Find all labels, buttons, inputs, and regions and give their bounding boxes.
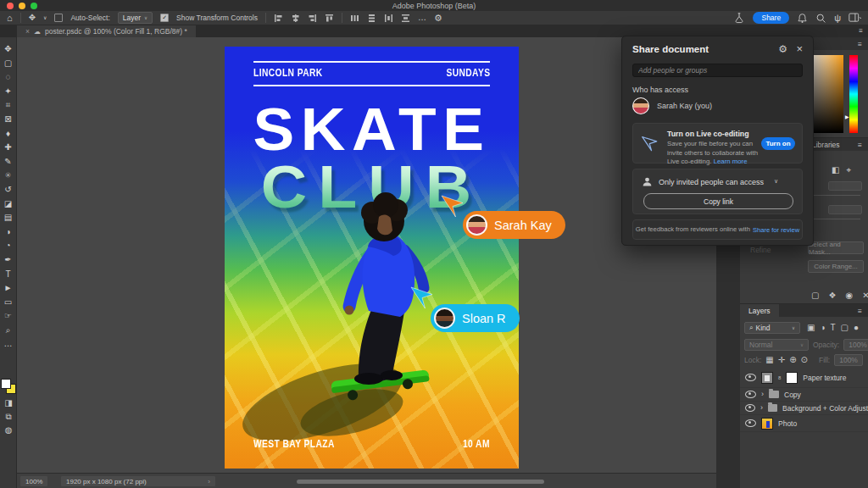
object-selection-tool[interactable]: ✦ — [4, 87, 11, 96]
move-tool-icon[interactable]: ✥ — [29, 14, 36, 22]
align-right-edges-icon[interactable] — [308, 14, 317, 23]
beta-flask-icon[interactable] — [733, 12, 745, 24]
mask-properties-icon[interactable]: ◧ — [832, 166, 839, 175]
document-info-field[interactable]: 1920 px x 1080 px (72 ppi) › — [61, 476, 215, 486]
gradient-tool[interactable]: ▤ — [4, 214, 12, 222]
brush-tool[interactable]: ✎ — [4, 158, 11, 166]
learn-more-link[interactable]: Learn more — [714, 158, 748, 165]
mask-action-icon[interactable]: ▢ — [811, 291, 819, 300]
layer-filter-type-icon[interactable]: ▢ — [841, 324, 849, 332]
turn-on-button[interactable]: Turn on — [761, 137, 795, 150]
show-transform-checkbox[interactable]: ✓ — [160, 14, 169, 22]
lock-option-icon[interactable]: ✛ — [778, 356, 785, 364]
dodge-tool[interactable]: ◔ — [5, 241, 10, 250]
lock-option-icon[interactable]: ▦ — [765, 356, 773, 364]
zoom-tool[interactable]: ⌕ — [6, 326, 11, 335]
canvas-area[interactable]: LINCOLN PARK SUNDAYS SKATE CLUB — [17, 37, 716, 473]
type-tool[interactable]: T — [5, 270, 10, 279]
frame-tool[interactable]: ⊠ — [4, 115, 11, 124]
group-expander-icon[interactable]: › — [761, 391, 764, 398]
mask-action-icon[interactable]: ✕ — [862, 291, 868, 300]
eyedropper-tool[interactable]: ♦ — [6, 130, 10, 138]
mask-action-icon[interactable]: ❖ — [828, 291, 836, 300]
layer-row-photo[interactable]: Photo — [740, 415, 868, 432]
blend-mode-dropdown[interactable]: Normal ∨ — [744, 339, 809, 351]
share-for-review-link[interactable]: Share for review — [753, 226, 799, 234]
layer-row-paper-texture[interactable]: 8 Paper texture — [740, 368, 868, 388]
panel-menu-icon[interactable]: ≡ — [858, 40, 862, 48]
workspace-switcher-icon[interactable] — [849, 13, 861, 23]
share-settings-gear-icon[interactable]: ⚙ — [778, 44, 787, 54]
search-icon[interactable] — [815, 13, 826, 24]
align-top-edges-icon[interactable] — [325, 14, 334, 23]
notifications-bell-icon[interactable] — [797, 13, 808, 24]
color-field[interactable] — [810, 55, 843, 133]
home-icon[interactable]: ⌂ — [7, 14, 13, 23]
assistant-icon[interactable]: ψ — [834, 14, 841, 23]
align-centers-icon[interactable] — [291, 14, 300, 23]
mask-action-icon[interactable]: ◉ — [845, 291, 853, 300]
access-setting-label[interactable]: Only invited people can access — [659, 178, 764, 186]
clone-stamp-tool[interactable]: ⍟ — [6, 171, 11, 180]
layer-filter-type-icon[interactable]: ● — [854, 324, 859, 332]
color-range-button[interactable]: Color Range... — [808, 260, 864, 273]
panel-menu-icon[interactable]: ≡ — [858, 141, 862, 149]
layer-filter-dropdown[interactable]: ⌕ Kind ∨ — [744, 322, 800, 334]
edit-mode-icon[interactable]: ◍ — [5, 426, 13, 435]
distribute-spacing-icon[interactable] — [384, 14, 393, 23]
lasso-tool[interactable]: ◌ — [6, 73, 11, 81]
gear-icon[interactable]: ⚙ — [434, 14, 442, 23]
screen-mode-icon[interactable]: ⧉ — [5, 413, 11, 421]
align-left-edges-icon[interactable] — [274, 14, 283, 23]
document-tab[interactable]: × ☁ poster.psdc @ 100% (Color Fill 1, RG… — [17, 25, 196, 37]
auto-select-dropdown[interactable]: Layer ∨ — [118, 12, 153, 24]
foreground-color-swatch[interactable] — [1, 379, 11, 389]
add-people-input[interactable] — [632, 64, 803, 77]
copy-link-button[interactable]: Copy link — [643, 193, 793, 209]
layer-thumbnail[interactable] — [761, 418, 773, 430]
panel-menu-icon[interactable]: ≡ — [859, 28, 863, 35]
more-tools[interactable]: … — [4, 340, 13, 348]
distribute-horizontal-icon[interactable] — [350, 14, 359, 23]
zoom-level-field[interactable]: 100% — [20, 476, 47, 486]
mask-properties-icon[interactable]: ⌖ — [846, 166, 851, 175]
marquee-tool[interactable]: ▢ — [4, 59, 12, 68]
layer-visibility-icon[interactable] — [745, 374, 756, 381]
move-tool[interactable]: ✥ — [4, 45, 11, 53]
shape-tool[interactable]: ▭ — [4, 298, 12, 307]
tab-libraries[interactable]: Libraries — [812, 141, 840, 149]
panel-menu-icon[interactable]: ≡ — [858, 307, 862, 315]
horizontal-scrollbar[interactable] — [297, 480, 544, 484]
layer-visibility-icon[interactable] — [745, 391, 756, 398]
layer-visibility-icon[interactable] — [745, 404, 755, 412]
pen-tool[interactable]: ✒ — [4, 256, 11, 264]
select-and-mask-button[interactable]: Select and Mask... — [808, 241, 864, 254]
close-dialog-icon[interactable]: × — [796, 43, 803, 54]
layer-filter-type-icon[interactable]: T — [831, 324, 836, 332]
layer-row-background-color-adjust[interactable]: › Background + Color Adjust — [740, 402, 868, 415]
chevron-down-icon[interactable]: ∨ — [774, 178, 778, 185]
tab-layers[interactable]: Layers — [740, 304, 779, 317]
layer-visibility-icon[interactable] — [745, 419, 756, 427]
blur-tool[interactable]: ◑ — [5, 228, 10, 236]
hue-slider[interactable] — [849, 55, 858, 133]
more-options-icon[interactable]: … — [418, 14, 426, 22]
path-selection-tool[interactable]: ► — [4, 284, 13, 292]
layer-mask-thumbnail[interactable] — [786, 372, 798, 384]
layer-filter-type-icon[interactable]: ▣ — [807, 324, 815, 332]
poster-document[interactable]: LINCOLN PARK SUNDAYS SKATE CLUB — [225, 47, 519, 469]
group-expander-icon[interactable]: › — [760, 404, 763, 412]
eraser-tool[interactable]: ◪ — [4, 200, 12, 208]
fill-field[interactable]: 100% — [834, 354, 863, 366]
layer-thumbnail[interactable] — [761, 372, 773, 384]
opacity-field[interactable]: 100% — [843, 339, 868, 351]
distribute-heights-icon[interactable] — [401, 14, 410, 23]
hand-tool[interactable]: ☞ — [4, 312, 12, 320]
auto-select-checkbox[interactable] — [54, 14, 63, 22]
chevron-down-icon[interactable]: ∨ — [43, 15, 47, 20]
close-tab-icon[interactable]: × — [25, 27, 30, 36]
crop-tool[interactable]: ⌗ — [6, 101, 11, 109]
lock-option-icon[interactable]: ⊙ — [801, 356, 808, 364]
color-swatches[interactable] — [1, 379, 16, 394]
layer-filter-type-icon[interactable]: ◑ — [820, 324, 825, 332]
